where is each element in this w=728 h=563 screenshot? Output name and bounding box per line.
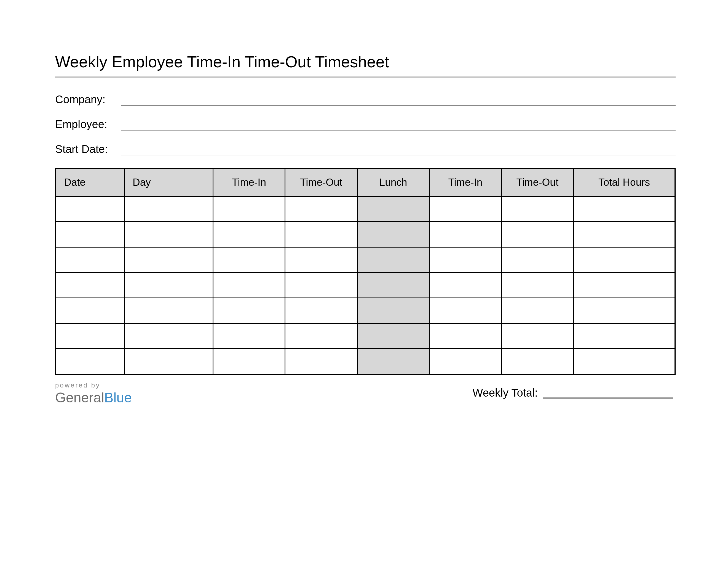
timesheet-table: Date Day Time-In Time-Out Lunch Time-In … — [55, 168, 676, 375]
header-time-out-1: Time-Out — [285, 168, 357, 196]
cell-time-in-1[interactable] — [213, 298, 285, 324]
cell-lunch[interactable] — [357, 324, 429, 349]
header-total-hours: Total Hours — [574, 168, 675, 196]
cell-time-in-2[interactable] — [429, 247, 501, 273]
logo-part-blue: Blue — [104, 390, 132, 406]
start-date-label: Start Date: — [55, 143, 121, 155]
cell-lunch[interactable] — [357, 247, 429, 273]
cell-time-out-2[interactable] — [501, 349, 573, 374]
cell-time-out-1[interactable] — [285, 247, 357, 273]
table-row — [56, 273, 675, 298]
company-label: Company: — [55, 93, 121, 106]
cell-lunch[interactable] — [357, 349, 429, 374]
cell-time-in-2[interactable] — [429, 324, 501, 349]
cell-day[interactable] — [125, 273, 213, 298]
cell-date[interactable] — [56, 324, 125, 349]
table-row — [56, 298, 675, 324]
cell-time-out-2[interactable] — [501, 196, 573, 222]
start-date-field-row: Start Date: — [55, 143, 676, 155]
cell-day[interactable] — [125, 196, 213, 222]
header-day: Day — [125, 168, 213, 196]
cell-time-in-2[interactable] — [429, 196, 501, 222]
cell-day[interactable] — [125, 349, 213, 374]
cell-date[interactable] — [56, 273, 125, 298]
cell-total-hours[interactable] — [574, 273, 675, 298]
cell-time-out-2[interactable] — [501, 273, 573, 298]
cell-time-out-2[interactable] — [501, 247, 573, 273]
cell-time-in-1[interactable] — [213, 196, 285, 222]
cell-day[interactable] — [125, 324, 213, 349]
logo: GeneralBlue — [55, 390, 132, 406]
table-row — [56, 324, 675, 349]
cell-time-in-1[interactable] — [213, 247, 285, 273]
cell-date[interactable] — [56, 247, 125, 273]
cell-date[interactable] — [56, 196, 125, 222]
cell-time-out-1[interactable] — [285, 324, 357, 349]
header-time-in-1: Time-In — [213, 168, 285, 196]
cell-total-hours[interactable] — [574, 349, 675, 374]
cell-time-out-1[interactable] — [285, 349, 357, 374]
cell-time-in-1[interactable] — [213, 222, 285, 247]
table-row — [56, 349, 675, 374]
weekly-total-input-line[interactable] — [543, 385, 673, 399]
cell-day[interactable] — [125, 247, 213, 273]
cell-time-out-1[interactable] — [285, 222, 357, 247]
employee-field-row: Employee: — [55, 118, 676, 130]
table-header-row: Date Day Time-In Time-Out Lunch Time-In … — [56, 168, 675, 196]
cell-total-hours[interactable] — [574, 324, 675, 349]
cell-lunch[interactable] — [357, 298, 429, 324]
cell-time-out-2[interactable] — [501, 222, 573, 247]
cell-date[interactable] — [56, 222, 125, 247]
header-time-in-2: Time-In — [429, 168, 501, 196]
cell-time-in-2[interactable] — [429, 349, 501, 374]
cell-lunch[interactable] — [357, 273, 429, 298]
employee-label: Employee: — [55, 118, 121, 130]
cell-time-out-2[interactable] — [501, 298, 573, 324]
cell-time-out-1[interactable] — [285, 273, 357, 298]
logo-part-general: General — [55, 390, 104, 406]
cell-time-in-2[interactable] — [429, 298, 501, 324]
table-row — [56, 247, 675, 273]
cell-day[interactable] — [125, 222, 213, 247]
employee-input-line[interactable] — [121, 119, 676, 130]
cell-day[interactable] — [125, 298, 213, 324]
company-field-row: Company: — [55, 93, 676, 106]
header-lunch: Lunch — [357, 168, 429, 196]
cell-date[interactable] — [56, 349, 125, 374]
title-divider — [55, 76, 676, 78]
powered-by-text: powered by — [55, 382, 132, 389]
cell-time-in-2[interactable] — [429, 222, 501, 247]
weekly-total-label: Weekly Total: — [473, 387, 538, 399]
company-input-line[interactable] — [121, 95, 676, 106]
logo-block: powered by GeneralBlue — [55, 380, 132, 406]
cell-time-out-1[interactable] — [285, 298, 357, 324]
header-time-out-2: Time-Out — [501, 168, 573, 196]
cell-lunch[interactable] — [357, 222, 429, 247]
weekly-total-block: Weekly Total: — [473, 385, 673, 399]
cell-date[interactable] — [56, 298, 125, 324]
cell-time-in-2[interactable] — [429, 273, 501, 298]
table-row — [56, 222, 675, 247]
cell-total-hours[interactable] — [574, 298, 675, 324]
cell-time-in-1[interactable] — [213, 273, 285, 298]
cell-total-hours[interactable] — [574, 196, 675, 222]
cell-total-hours[interactable] — [574, 222, 675, 247]
cell-time-out-1[interactable] — [285, 196, 357, 222]
document-title: Weekly Employee Time-In Time-Out Timeshe… — [55, 52, 676, 71]
cell-time-out-2[interactable] — [501, 324, 573, 349]
header-date: Date — [56, 168, 125, 196]
footer: powered by GeneralBlue Weekly Total: — [55, 380, 676, 406]
start-date-input-line[interactable] — [121, 144, 676, 155]
table-row — [56, 196, 675, 222]
cell-time-in-1[interactable] — [213, 349, 285, 374]
cell-time-in-1[interactable] — [213, 324, 285, 349]
cell-lunch[interactable] — [357, 196, 429, 222]
cell-total-hours[interactable] — [574, 247, 675, 273]
